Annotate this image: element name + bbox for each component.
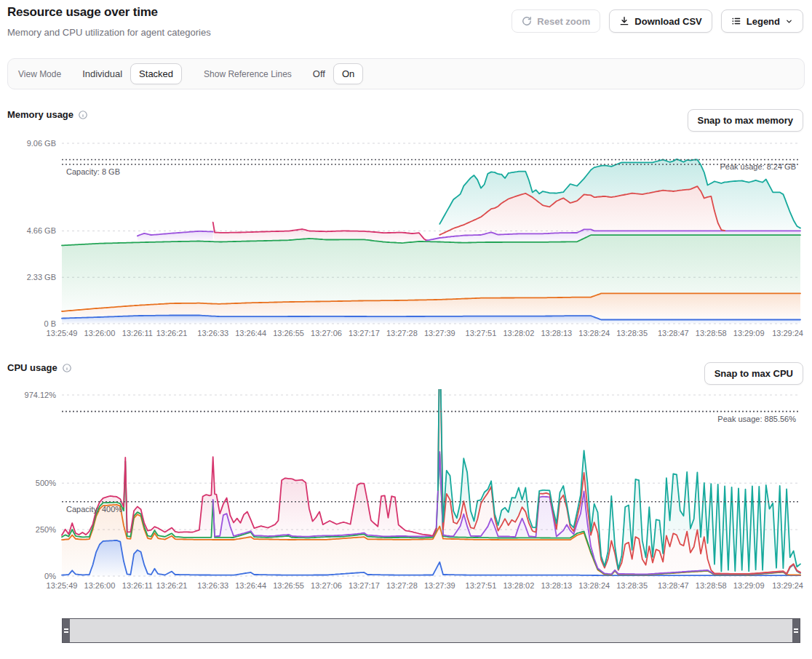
svg-text:500%: 500% <box>36 479 56 487</box>
svg-text:9.06 GB: 9.06 GB <box>27 139 56 148</box>
svg-text:13:27:39: 13:27:39 <box>424 329 455 338</box>
svg-text:13:28:02: 13:28:02 <box>503 581 534 590</box>
svg-text:Peak usage: 8.24 GB: Peak usage: 8.24 GB <box>720 162 796 171</box>
svg-text:13:29:09: 13:29:09 <box>733 581 765 590</box>
cpu-chart[interactable]: 974.12%500%250%0%13:25:4913:26:0013:26:1… <box>0 389 812 596</box>
svg-text:0%: 0% <box>44 572 56 580</box>
svg-text:13:27:28: 13:27:28 <box>386 329 418 338</box>
snap-to-max-memory-button[interactable]: Snap to max memory <box>688 109 804 132</box>
svg-text:Capacity: 400%: Capacity: 400% <box>66 505 122 514</box>
svg-text:13:28:47: 13:28:47 <box>658 329 689 338</box>
memory-chart-canvas[interactable]: 9.06 GB4.66 GB2.33 GB0 B13:25:4913:26:00… <box>0 135 812 344</box>
cpu-chart-canvas[interactable]: 974.12%500%250%0%13:25:4913:26:0013:26:1… <box>0 389 812 596</box>
reference-lines-off[interactable]: Off <box>305 64 333 84</box>
refresh-icon <box>522 16 532 26</box>
svg-text:13:26:21: 13:26:21 <box>156 329 188 338</box>
svg-text:13:29:24: 13:29:24 <box>772 329 803 338</box>
download-icon <box>619 16 629 26</box>
memory-chart[interactable]: 9.06 GB4.66 GB2.33 GB0 B13:25:4913:26:00… <box>0 135 812 346</box>
svg-text:13:26:55: 13:26:55 <box>273 581 304 590</box>
memory-section-header: Memory usage <box>7 109 88 120</box>
svg-text:13:26:44: 13:26:44 <box>235 329 266 338</box>
page-subtitle: Memory and CPU utilization for agent cat… <box>7 27 211 38</box>
svg-text:13:26:44: 13:26:44 <box>235 581 266 590</box>
svg-text:13:26:00: 13:26:00 <box>84 581 116 590</box>
cpu-section-header: CPU usage <box>7 362 72 373</box>
svg-text:13:27:28: 13:27:28 <box>386 581 418 590</box>
svg-text:13:27:51: 13:27:51 <box>466 581 497 590</box>
svg-text:13:27:06: 13:27:06 <box>311 581 342 590</box>
reset-zoom-label: Reset zoom <box>537 16 590 27</box>
chart-options-toolbar: View Mode Individual Stacked Show Refere… <box>7 58 805 89</box>
view-mode-label: View Mode <box>18 69 61 79</box>
brush-handle-right[interactable] <box>792 619 800 642</box>
svg-text:13:26:33: 13:26:33 <box>197 581 228 590</box>
header-actions: Reset zoom Download CSV Legend <box>512 9 803 33</box>
legend-button[interactable]: Legend <box>721 9 803 33</box>
svg-text:13:27:06: 13:27:06 <box>311 329 342 338</box>
svg-text:13:26:33: 13:26:33 <box>197 329 228 338</box>
svg-text:4.66 GB: 4.66 GB <box>27 226 56 235</box>
svg-text:13:28:13: 13:28:13 <box>541 329 572 338</box>
legend-label: Legend <box>747 16 780 27</box>
svg-text:13:28:58: 13:28:58 <box>696 581 727 590</box>
time-range-brush[interactable] <box>62 618 800 643</box>
svg-text:13:28:24: 13:28:24 <box>578 581 610 590</box>
svg-text:974.12%: 974.12% <box>25 391 57 399</box>
chevron-down-icon <box>785 17 793 25</box>
memory-chart-title: Memory usage <box>7 109 73 120</box>
svg-text:13:28:35: 13:28:35 <box>616 329 648 338</box>
svg-text:13:26:11: 13:26:11 <box>122 581 153 590</box>
svg-text:250%: 250% <box>36 525 56 534</box>
view-mode-stacked[interactable]: Stacked <box>130 63 182 84</box>
svg-text:13:28:13: 13:28:13 <box>541 581 572 590</box>
reset-zoom-button[interactable]: Reset zoom <box>512 9 600 33</box>
list-icon <box>731 16 741 26</box>
download-csv-label: Download CSV <box>634 16 701 27</box>
svg-text:13:27:17: 13:27:17 <box>349 329 380 338</box>
svg-text:13:27:17: 13:27:17 <box>349 581 380 590</box>
svg-text:13:27:51: 13:27:51 <box>466 329 497 338</box>
svg-text:13:28:35: 13:28:35 <box>616 581 648 590</box>
svg-text:Capacity: 8 GB: Capacity: 8 GB <box>66 167 120 176</box>
svg-text:13:26:00: 13:26:00 <box>84 329 116 338</box>
svg-text:Peak usage: 885.56%: Peak usage: 885.56% <box>717 415 796 423</box>
reference-lines-on[interactable]: On <box>333 63 363 84</box>
page-title: Resource usage over time <box>7 5 158 20</box>
info-icon[interactable] <box>78 110 88 120</box>
brush-handle-left[interactable] <box>63 619 70 642</box>
snap-to-max-cpu-button[interactable]: Snap to max CPU <box>704 362 803 385</box>
svg-text:13:29:24: 13:29:24 <box>772 581 803 590</box>
cpu-chart-title: CPU usage <box>7 362 57 373</box>
svg-text:13:28:24: 13:28:24 <box>578 329 610 338</box>
show-reference-lines-label: Show Reference Lines <box>204 69 292 79</box>
svg-text:13:26:21: 13:26:21 <box>156 581 188 590</box>
download-csv-button[interactable]: Download CSV <box>609 9 712 33</box>
svg-text:13:29:09: 13:29:09 <box>733 329 765 338</box>
svg-text:13:26:55: 13:26:55 <box>273 329 304 338</box>
info-icon[interactable] <box>62 363 72 373</box>
svg-text:2.33 GB: 2.33 GB <box>27 273 56 281</box>
svg-text:13:25:49: 13:25:49 <box>47 329 78 338</box>
svg-text:13:28:58: 13:28:58 <box>696 329 727 338</box>
svg-text:0 B: 0 B <box>44 319 56 328</box>
svg-text:13:26:11: 13:26:11 <box>122 329 153 338</box>
view-mode-individual[interactable]: Individual <box>74 64 130 84</box>
svg-text:13:28:02: 13:28:02 <box>503 329 534 338</box>
svg-text:13:27:39: 13:27:39 <box>424 581 455 590</box>
svg-text:13:25:49: 13:25:49 <box>47 581 78 590</box>
svg-text:13:28:47: 13:28:47 <box>658 581 689 590</box>
